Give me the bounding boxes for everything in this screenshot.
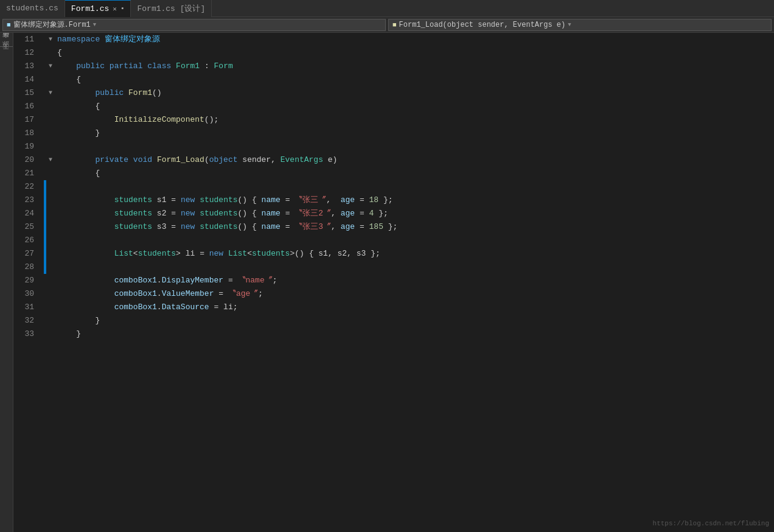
code-content-24: students s2 = new students() { name = 〝张… <box>55 207 774 220</box>
code-content-17: InitializeComponent(); <box>55 113 774 127</box>
tab-form1-cs-close[interactable]: ✕ <box>113 5 117 13</box>
line-number-25: 25 <box>13 220 44 234</box>
class-dropdown-arrow: ▼ <box>93 22 96 28</box>
table-row: 27 List<students> li = new List<students… <box>13 247 774 261</box>
table-row: 18 } <box>13 127 774 140</box>
line-number-24: 24 <box>13 207 44 220</box>
tab-bar: students.cs Form1.cs ✕ ▪ Form1.cs [设计] <box>0 0 774 17</box>
code-content-29: comboBox1.DisplayMember = 〝name〞; <box>55 274 774 287</box>
line-number-16: 16 <box>13 100 44 113</box>
table-row: 12 { <box>13 46 774 60</box>
left-sidebar: 窗体绑定对 工源 <box>0 33 13 532</box>
table-row: 13 ▼ public partial class Form1 : Form <box>13 60 774 73</box>
code-content-20: private void Form1_Load(object sender, E… <box>55 153 774 167</box>
code-content-12: { <box>55 46 774 60</box>
line-number-19: 19 <box>13 140 44 153</box>
table-row: 20 ▼ private void Form1_Load(object send… <box>13 153 774 167</box>
line-number-18: 18 <box>13 127 44 140</box>
table-row: 14 { <box>13 73 774 86</box>
fold-11[interactable]: ▼ <box>46 33 55 46</box>
line-number-30: 30 <box>13 287 44 301</box>
line-number-22: 22 <box>13 180 44 194</box>
line-number-13: 13 <box>13 60 44 73</box>
watermark: https://blog.csdn.net/flubing <box>653 520 769 527</box>
code-content-28 <box>55 261 774 274</box>
table-row: 21 { <box>13 167 774 180</box>
table-row: 17 InitializeComponent(); <box>13 113 774 127</box>
table-row: 29 comboBox1.DisplayMember = 〝name〞; <box>13 274 774 287</box>
code-content-32: } <box>55 314 774 327</box>
editor-container: 窗体绑定对 工源 11 ▼ namespace 窗体绑定对象源 12 { 13 <box>0 33 774 532</box>
method-dropdown-arrow: ▼ <box>568 22 571 28</box>
tab-students-cs-label: students.cs <box>6 4 58 13</box>
line-number-20: 20 <box>13 153 44 167</box>
line-number-32: 32 <box>13 314 44 327</box>
line-number-27: 27 <box>13 247 44 261</box>
table-row: 24 students s2 = new students() { name =… <box>13 207 774 220</box>
code-content-23: students s1 = new students() { name = 〝张… <box>55 194 774 207</box>
table-row: 25 students s3 = new students() { name =… <box>13 220 774 234</box>
table-row: 22 <box>13 180 774 194</box>
tab-form1-design[interactable]: Form1.cs [设计] <box>131 0 212 17</box>
line-number-31: 31 <box>13 301 44 314</box>
code-content-26 <box>55 234 774 247</box>
class-dropdown-label: 窗体绑定对象源.Form1 <box>13 19 91 30</box>
line-number-23: 23 <box>13 194 44 207</box>
code-content-22 <box>55 180 774 194</box>
code-content-27: List<students> li = new List<students>()… <box>55 247 774 261</box>
code-editor[interactable]: 11 ▼ namespace 窗体绑定对象源 12 { 13 ▼ public … <box>13 33 774 532</box>
code-content-33: } <box>55 327 774 341</box>
code-content-18: } <box>55 127 774 140</box>
code-content-16: { <box>55 100 774 113</box>
tab-form1-cs[interactable]: Form1.cs ✕ ▪ <box>65 0 131 17</box>
line-number-14: 14 <box>13 73 44 86</box>
table-row: 31 comboBox1.DataSource = li; <box>13 301 774 314</box>
table-row: 15 ▼ public Form1() <box>13 86 774 100</box>
code-content-11: namespace 窗体绑定对象源 <box>55 33 774 46</box>
line-number-15: 15 <box>13 86 44 100</box>
code-lines: 11 ▼ namespace 窗体绑定对象源 12 { 13 ▼ public … <box>13 33 774 341</box>
tab-students-cs[interactable]: students.cs <box>0 0 65 17</box>
class-dropdown[interactable]: ■ 窗体绑定对象源.Form1 ▼ <box>2 19 386 31</box>
table-row: 11 ▼ namespace 窗体绑定对象源 <box>13 33 774 46</box>
code-content-14: { <box>55 73 774 86</box>
sidebar-divider-1 <box>0 46 13 47</box>
code-content-30: comboBox1.ValueMember = 〝age〞; <box>55 287 774 301</box>
code-content-19 <box>55 140 774 153</box>
table-row: 30 comboBox1.ValueMember = 〝age〞; <box>13 287 774 301</box>
sidebar-text-2: 工源 <box>2 52 11 54</box>
table-row: 28 <box>13 261 774 274</box>
line-number-26: 26 <box>13 234 44 247</box>
table-row: 16 { <box>13 100 774 113</box>
method-dropdown[interactable]: ■ Form1_Load(object sender, EventArgs e)… <box>388 19 772 31</box>
code-content-15: public Form1() <box>55 86 774 100</box>
sidebar-text-1: 窗体绑定对 <box>2 38 11 44</box>
line-number-17: 17 <box>13 113 44 127</box>
dropdown-bar: ■ 窗体绑定对象源.Form1 ▼ ■ Form1_Load(object se… <box>0 17 774 33</box>
code-content-13: public partial class Form1 : Form <box>55 60 774 73</box>
line-number-28: 28 <box>13 261 44 274</box>
line-number-11: 11 <box>13 33 44 46</box>
method-dropdown-label: Form1_Load(object sender, EventArgs e) <box>399 21 566 29</box>
table-row: 26 <box>13 234 774 247</box>
table-row: 33 } <box>13 327 774 341</box>
table-row: 23 students s1 = new students() { name =… <box>13 194 774 207</box>
line-number-29: 29 <box>13 274 44 287</box>
code-content-21: { <box>55 167 774 180</box>
line-number-12: 12 <box>13 46 44 60</box>
code-content-25: students s3 = new students() { name = 〝张… <box>55 220 774 234</box>
code-content-31: comboBox1.DataSource = li; <box>55 301 774 314</box>
table-row: 32 } <box>13 314 774 327</box>
tab-form1-cs-label: Form1.cs <box>71 4 109 13</box>
line-number-21: 21 <box>13 167 44 180</box>
table-row: 19 <box>13 140 774 153</box>
tab-form1-cs-dirty: ▪ <box>120 5 125 12</box>
tab-form1-design-label: Form1.cs [设计] <box>137 3 205 14</box>
line-number-33: 33 <box>13 327 44 341</box>
